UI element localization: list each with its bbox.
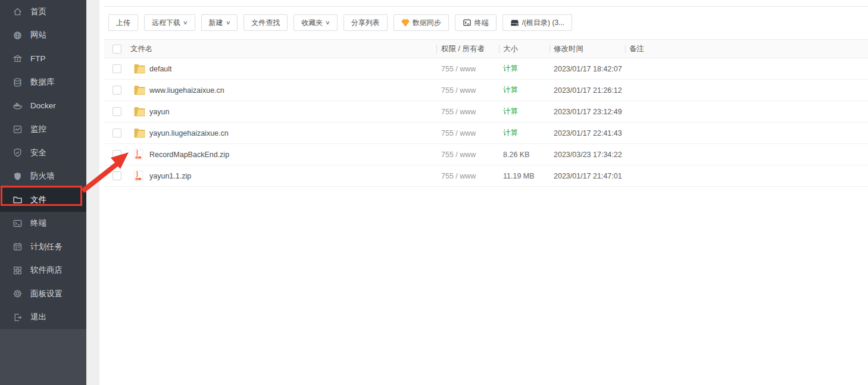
permissions-owner: 755 / www: [441, 172, 476, 180]
sidebar-item-ftp[interactable]: FTP: [0, 47, 86, 71]
modified-time: 2023/01/17 23:12:49: [554, 108, 622, 116]
row-checkbox[interactable]: [113, 64, 121, 73]
globe-icon: [13, 30, 23, 40]
terminal-icon: [13, 218, 23, 229]
header-cell-mtime: 修改时间: [549, 44, 625, 54]
file-size: 8.26 KB: [503, 151, 529, 159]
sidebar-item-label: 安全: [30, 148, 46, 158]
table-row: yayun.liugehaizaixue.cn755 / www计算2023/0…: [104, 123, 868, 144]
cell-permissions: 755 / www: [436, 65, 499, 73]
row-checkbox[interactable]: [113, 107, 121, 116]
calculate-size-link[interactable]: 计算: [503, 86, 518, 94]
new-button[interactable]: 新建∨: [201, 14, 238, 31]
sidebar-item-cron[interactable]: 计划任务: [0, 235, 86, 259]
sidebar-item-label: 计划任务: [30, 242, 63, 252]
sidebar-item-label: FTP: [30, 54, 46, 63]
permissions-owner: 755 / www: [441, 65, 476, 73]
cell-mtime: 2023/03/23 17:34:22: [549, 151, 625, 159]
file-search-button[interactable]: 文件查找: [243, 14, 288, 31]
modified-time: 2023/01/17 21:26:12: [554, 86, 622, 95]
data-sync-button[interactable]: 数据同步: [394, 14, 449, 31]
sidebar-item-terminal[interactable]: 终端: [0, 212, 86, 236]
sidebar-item-logout[interactable]: 退出: [0, 306, 86, 330]
cell-filename: yayun1.1.zip: [104, 171, 436, 181]
file-toolbar: 上传远程下载∨新建∨文件查找收藏夹∨分享列表数据同步终端/(根目录) (3...: [108, 14, 572, 31]
cell-permissions: 755 / www: [436, 172, 499, 180]
cell-permissions: 755 / www: [436, 86, 499, 95]
cell-size: 8.26 KB: [499, 151, 549, 159]
sidebar-item-files[interactable]: 文件: [0, 188, 86, 212]
file-name[interactable]: yayun: [149, 108, 169, 116]
sidebar-item-docker[interactable]: Docker: [0, 94, 86, 118]
chevron-down-icon: ∨: [325, 20, 330, 26]
permissions-owner: 755 / www: [441, 129, 476, 137]
cell-permissions: 755 / www: [436, 151, 499, 159]
cell-filename: RecordMapBackEnd.zip: [104, 149, 436, 159]
file-table-body: default755 / www计算2023/01/17 18:42:07www…: [104, 58, 868, 187]
sidebar-item-panel-settings[interactable]: 面板设置: [0, 282, 86, 306]
file-size: 11.19 MB: [503, 172, 535, 180]
folder-file-icon: [134, 107, 145, 117]
header-cell-filename: 文件名: [104, 44, 436, 54]
sidebar-item-label: Docker: [30, 101, 56, 110]
monitor-icon: [13, 124, 23, 134]
select-all-checkbox[interactable]: [113, 45, 121, 54]
cell-mtime: 2023/01/17 21:47:01: [549, 172, 625, 180]
file-table-header: 文件名 权限 / 所有者 大小 修改时间 备注: [104, 39, 868, 58]
favorites-button[interactable]: 收藏夹∨: [294, 14, 338, 31]
sidebar-item-label: 面板设置: [30, 289, 63, 299]
file-name[interactable]: yayun1.1.zip: [149, 172, 191, 180]
header-cell-size: 大小: [499, 44, 549, 54]
logout-icon: [13, 312, 23, 323]
terminal-button[interactable]: 终端: [455, 14, 497, 31]
button-label: 数据同步: [413, 18, 441, 28]
share-list-button[interactable]: 分享列表: [344, 14, 388, 31]
file-table: 文件名 权限 / 所有者 大小 修改时间 备注 default755 / www…: [104, 39, 868, 187]
store-icon: [13, 265, 23, 276]
current-path-button[interactable]: /(根目录) (3...: [502, 14, 572, 31]
sidebar-item-monitor[interactable]: 监控: [0, 118, 86, 142]
button-label: 文件查找: [251, 18, 280, 28]
sidebar-item-security[interactable]: 安全: [0, 141, 86, 165]
button-label: /(根目录) (3...: [522, 18, 564, 28]
file-name[interactable]: www.liugehaizaixue.cn: [149, 86, 224, 95]
shield-check-icon: [13, 148, 23, 158]
content-top-divider: [104, 6, 868, 7]
main-content: 上传远程下载∨新建∨文件查找收藏夹∨分享列表数据同步终端/(根目录) (3...…: [99, 0, 868, 385]
cell-size: 计算: [499, 107, 549, 117]
remote-download-button[interactable]: 远程下载∨: [144, 14, 195, 31]
folder-file-icon: [134, 128, 145, 138]
table-row: www.liugehaizaixue.cn755 / www计算2023/01/…: [104, 80, 868, 101]
cell-size: 计算: [499, 64, 549, 74]
sidebar-item-appstore[interactable]: 软件商店: [0, 259, 86, 283]
cell-mtime: 2023/01/17 23:12:49: [549, 108, 625, 116]
terminal-btn-icon: [463, 18, 472, 27]
sidebar: 首页网站FTP数据库Docker监控安全防火墙文件终端计划任务软件商店面板设置退…: [0, 0, 86, 385]
sidebar-item-website[interactable]: 网站: [0, 24, 86, 48]
row-checkbox[interactable]: [113, 171, 121, 180]
file-manager-page: { "sidebar": { "items": [ {"key":"home",…: [0, 0, 868, 385]
sidebar-menu: 首页网站FTP数据库Docker监控安全防火墙文件终端计划任务软件商店面板设置退…: [0, 0, 86, 329]
file-name[interactable]: default: [149, 65, 172, 73]
table-row: yayun755 / www计算2023/01/17 23:12:49: [104, 101, 868, 123]
row-checkbox[interactable]: [113, 150, 121, 159]
sidebar-item-label: 数据库: [30, 77, 55, 87]
sidebar-item-firewall[interactable]: 防火墙: [0, 165, 86, 189]
row-checkbox[interactable]: [113, 86, 121, 95]
calculate-size-link[interactable]: 计算: [503, 129, 518, 137]
sidebar-item-label: 终端: [30, 218, 46, 229]
permissions-owner: 755 / www: [441, 151, 476, 159]
upload-button[interactable]: 上传: [108, 14, 138, 31]
home-icon: [13, 7, 23, 17]
row-checkbox[interactable]: [113, 129, 121, 137]
gem-icon: [401, 19, 410, 27]
calculate-size-link[interactable]: 计算: [503, 107, 518, 115]
file-name[interactable]: yayun.liugehaizaixue.cn: [149, 129, 229, 137]
file-name[interactable]: RecordMapBackEnd.zip: [149, 151, 229, 159]
calculate-size-link[interactable]: 计算: [503, 64, 518, 73]
cell-filename: www.liugehaizaixue.cn: [104, 85, 436, 95]
sidebar-item-home[interactable]: 首页: [0, 0, 86, 24]
sidebar-item-label: 文件: [30, 195, 46, 205]
sidebar-item-database[interactable]: 数据库: [0, 71, 86, 95]
sidebar-item-label: 首页: [30, 7, 46, 17]
